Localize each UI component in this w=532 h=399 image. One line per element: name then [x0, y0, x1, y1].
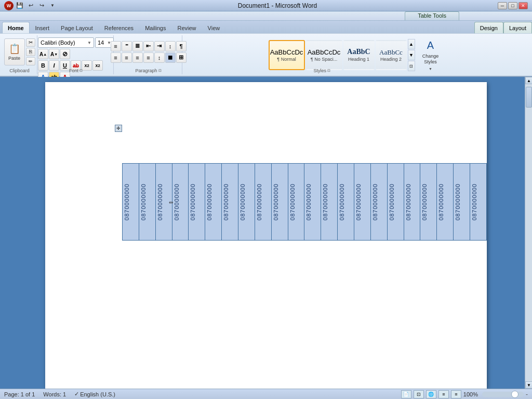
tab-bar: Home Insert Page Layout References Maili… — [0, 21, 532, 33]
grow-font-button[interactable]: A▲ — [38, 49, 48, 59]
italic-button[interactable]: I — [49, 60, 59, 71]
table-cell-8[interactable]: 0870000000 — [238, 164, 255, 241]
tab-review[interactable]: Review — [171, 22, 202, 33]
table-cell-6[interactable]: 0870000000 — [205, 164, 222, 241]
tab-design[interactable]: Design — [474, 22, 503, 33]
font-group: Calibri (Body) ▼ 14 ▼ A▲ A▼ ⊘ B I U ab x… — [38, 35, 114, 74]
style-heading2[interactable]: AaBbCc Heading 2 — [376, 40, 407, 70]
justify-button[interactable]: ≡ — [143, 52, 154, 63]
view-outline-button[interactable]: ≡ — [438, 390, 449, 398]
view-draft-button[interactable]: ≡ — [451, 390, 461, 398]
table-cell-18[interactable]: 0870000000 — [404, 164, 420, 241]
tab-view[interactable]: View — [202, 22, 226, 33]
change-styles-dropdown: ▼ — [429, 67, 432, 71]
view-fullscreen-button[interactable]: ⊡ — [414, 390, 424, 398]
table-move-handle[interactable]: ✛ — [115, 125, 122, 132]
table-cell-22[interactable]: 0870000000 — [470, 164, 487, 241]
scroll-up-button[interactable]: ▲ — [525, 77, 532, 84]
font-name-select[interactable]: Calibri (Body) ▼ — [38, 37, 94, 48]
col-resize-handle[interactable]: ⇔ — [169, 199, 173, 205]
paste-button[interactable]: 📋 Paste — [4, 38, 25, 65]
table-cell-5[interactable]: 0870000000 — [189, 164, 205, 241]
word-table: 0870000000 0870000000 0870000000 ⇔ 08700… — [122, 163, 487, 241]
office-orb[interactable]: W — [4, 1, 14, 10]
styles-scroll-down[interactable]: ▼ — [408, 50, 415, 60]
status-right: 📄 ⊡ 🌐 ≡ ≡ 100% - — [401, 390, 528, 398]
font-expand-icon[interactable]: ⊡ — [79, 69, 83, 73]
style-normal[interactable]: AaBbCcDc ¶ Normal — [269, 40, 305, 70]
tab-insert[interactable]: Insert — [30, 22, 56, 33]
scroll-thumb[interactable] — [526, 87, 532, 108]
table-cell-13[interactable]: 0870000000 — [321, 164, 338, 241]
copy-button[interactable]: ⎘ — [26, 48, 35, 56]
superscript-button[interactable]: x2 — [92, 60, 103, 71]
view-print-button[interactable]: 📄 — [401, 390, 411, 398]
table-cell-10[interactable]: 0870000000 — [271, 164, 288, 241]
style-nospace[interactable]: AaBbCcDc ¶ No Spaci... — [306, 40, 342, 70]
line-spacing-button[interactable]: ↕ — [154, 52, 165, 63]
styles-more[interactable]: ⊡ — [408, 61, 415, 71]
ribbon-content: 📋 Paste ✂ ⎘ ✏ Clipboard Calibri (Body) ▼… — [0, 33, 532, 77]
shading-button[interactable]: ◼ — [165, 52, 176, 63]
zoom-slider[interactable] — [482, 392, 524, 397]
table-cell-3[interactable]: 0870000000 ⇔ — [155, 164, 172, 241]
subscript-button[interactable]: x2 — [82, 60, 92, 71]
table-cell-16[interactable]: 0870000000 — [370, 164, 387, 241]
style-heading1[interactable]: AaBbC Heading 1 — [343, 40, 375, 70]
document-area: ✛ 0870000000 0870000000 0870000000 ⇔ 087… — [0, 77, 532, 389]
table-cell-7[interactable]: 0870000000 — [222, 164, 238, 241]
numbering-button[interactable]: ⁼ — [122, 41, 132, 51]
minimize-button[interactable]: ─ — [498, 2, 507, 9]
sort-button[interactable]: ↕ — [165, 41, 176, 51]
table-row: 0870000000 0870000000 0870000000 ⇔ 08700… — [123, 164, 487, 241]
table-cell-11[interactable]: 0870000000 — [288, 164, 304, 241]
paste-label: Paste — [8, 56, 20, 61]
bold-button[interactable]: B — [38, 60, 48, 71]
tab-pagelayout[interactable]: Page Layout — [55, 22, 99, 33]
multilevel-list-button[interactable]: ≣ — [132, 41, 143, 51]
change-styles-button[interactable]: A ChangeStyles ▼ — [416, 40, 445, 70]
decrease-indent-button[interactable]: ⇤ — [143, 41, 154, 51]
table-cell-15[interactable]: 0870000000 — [354, 164, 371, 241]
language-indicator[interactable]: ✓ English (U.S.) — [74, 391, 115, 397]
tab-references[interactable]: References — [99, 22, 139, 33]
window-title: Document1 - Microsoft Word — [57, 2, 498, 9]
cut-button[interactable]: ✂ — [26, 38, 35, 47]
table-cell-20[interactable]: 0870000000 — [437, 164, 454, 241]
close-button[interactable]: ✕ — [518, 2, 528, 9]
shrink-font-button[interactable]: A▼ — [49, 49, 59, 59]
quick-access-customize[interactable]: ▼ — [48, 1, 57, 10]
quick-access-redo[interactable]: ↪ — [37, 1, 46, 10]
tab-layout[interactable]: Layout — [503, 22, 532, 33]
table-cell-9[interactable]: 0870000000 — [255, 164, 271, 241]
align-left-button[interactable]: ≡ — [111, 52, 121, 63]
table-cell-2[interactable]: 0870000000 — [139, 164, 155, 241]
vertical-scrollbar: ▲ ▼ — [525, 77, 532, 389]
table-cell-4[interactable]: 0870000000 — [172, 164, 189, 241]
table-cell-21[interactable]: 0870000000 — [454, 164, 470, 241]
zoom-out-button[interactable]: - — [526, 391, 528, 398]
quick-access-save[interactable]: 💾 — [15, 1, 24, 10]
styles-expand-icon[interactable]: ⊡ — [327, 69, 330, 73]
scroll-down-button[interactable]: ▼ — [525, 381, 532, 389]
align-center-button[interactable]: ≡ — [122, 52, 132, 63]
clear-format-button[interactable]: ⊘ — [60, 49, 70, 59]
tab-mailings[interactable]: Mailings — [139, 22, 171, 33]
font-name-dropdown-icon: ▼ — [87, 41, 91, 45]
tab-home[interactable]: Home — [2, 22, 30, 33]
format-painter-button[interactable]: ✏ — [26, 57, 35, 65]
table-cell-14[interactable]: 0870000000 — [338, 164, 354, 241]
table-cell-12[interactable]: 0870000000 — [304, 164, 321, 241]
zoom-slider-thumb — [511, 391, 518, 398]
align-right-button[interactable]: ≡ — [132, 52, 143, 63]
maximize-button[interactable]: □ — [508, 2, 517, 9]
styles-scroll-up[interactable]: ▲ — [408, 39, 415, 49]
view-web-button[interactable]: 🌐 — [426, 390, 436, 398]
bullets-button[interactable]: ≡ — [111, 41, 121, 51]
table-cell-1[interactable]: 0870000000 — [123, 164, 139, 241]
table-cell-17[interactable]: 0870000000 — [387, 164, 404, 241]
quick-access-undo[interactable]: ↩ — [26, 1, 35, 10]
para-expand-icon[interactable]: ⊡ — [158, 69, 162, 73]
table-cell-19[interactable]: 0870000000 — [420, 164, 437, 241]
increase-indent-button[interactable]: ⇥ — [154, 41, 165, 51]
